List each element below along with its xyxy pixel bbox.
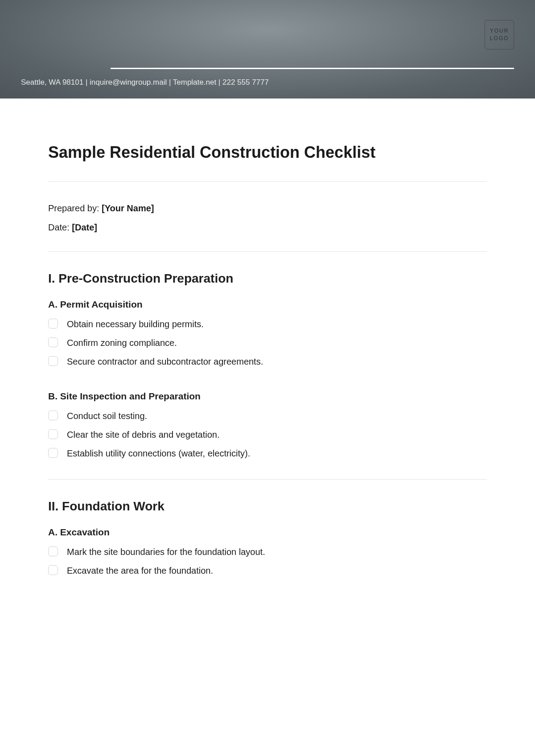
subsection-title: A. Permit Acquisition — [48, 299, 487, 310]
checklist-item: Mark the site boundaries for the foundat… — [48, 546, 487, 558]
checkbox[interactable] — [48, 337, 58, 347]
checklist-item: Clear the site of debris and vegetation. — [48, 428, 487, 441]
date-label: Date: — [48, 222, 72, 232]
checkbox[interactable] — [48, 448, 58, 458]
document-body: Sample Residential Construction Checklis… — [0, 99, 535, 614]
header-contact-info: Seattle, WA 98101 | inquire@wingroup.mai… — [21, 78, 269, 87]
checklist-item: Confirm zoning compliance. — [48, 337, 487, 349]
document-header: YOUR LOGO Seattle, WA 98101 | inquire@wi… — [0, 0, 535, 99]
prepared-by-line: Prepared by: [Your Name] — [48, 203, 487, 214]
checklist: Obtain necessary building permits.Confir… — [48, 318, 487, 368]
logo-text-line1: YOUR — [490, 27, 509, 35]
checklist-item: Secure contractor and subcontractor agre… — [48, 355, 487, 368]
checklist-item-text: Conduct soil testing. — [67, 410, 147, 422]
checkbox[interactable] — [48, 546, 58, 556]
section-title: II. Foundation Work — [48, 499, 487, 514]
subsection: A. Permit AcquisitionObtain necessary bu… — [48, 299, 487, 368]
checklist-item: Conduct soil testing. — [48, 410, 487, 422]
prepared-by-label: Prepared by: — [48, 203, 102, 213]
date-value: [Date] — [72, 222, 97, 232]
section-title: I. Pre-Construction Preparation — [48, 271, 487, 286]
checklist-item-text: Clear the site of debris and vegetation. — [67, 428, 219, 441]
checklist-item-text: Excavate the area for the foundation. — [67, 564, 213, 577]
checklist-item-text: Obtain necessary building permits. — [67, 318, 204, 330]
subsection: B. Site Inspection and PreparationConduc… — [48, 391, 487, 460]
subsection: A. ExcavationMark the site boundaries fo… — [48, 527, 487, 577]
header-divider — [111, 68, 514, 69]
checklist-item: Obtain necessary building permits. — [48, 318, 487, 330]
subsection-title: B. Site Inspection and Preparation — [48, 391, 487, 402]
checklist-item-text: Mark the site boundaries for the foundat… — [67, 546, 265, 558]
meta-block: Prepared by: [Your Name] Date: [Date] — [48, 182, 487, 251]
checklist-item-text: Establish utility connections (water, el… — [67, 447, 250, 460]
checklist-item-text: Secure contractor and subcontractor agre… — [67, 355, 263, 368]
section: I. Pre-Construction PreparationA. Permit… — [48, 252, 487, 479]
logo-text-line2: LOGO — [490, 35, 509, 42]
subsection-title: A. Excavation — [48, 527, 487, 538]
document-title: Sample Residential Construction Checklis… — [48, 143, 487, 162]
checkbox[interactable] — [48, 356, 58, 366]
checkbox[interactable] — [48, 565, 58, 575]
checkbox[interactable] — [48, 429, 58, 439]
checklist-item: Establish utility connections (water, el… — [48, 447, 487, 460]
section: II. Foundation WorkA. ExcavationMark the… — [48, 480, 487, 596]
date-line: Date: [Date] — [48, 222, 487, 233]
prepared-by-value: [Your Name] — [102, 203, 154, 213]
checklist: Mark the site boundaries for the foundat… — [48, 546, 487, 577]
logo-placeholder: YOUR LOGO — [485, 20, 514, 49]
checkbox[interactable] — [48, 319, 58, 329]
checklist: Conduct soil testing.Clear the site of d… — [48, 410, 487, 460]
checklist-item-text: Confirm zoning compliance. — [67, 337, 177, 349]
checklist-item: Excavate the area for the foundation. — [48, 564, 487, 577]
checkbox[interactable] — [48, 411, 58, 420]
